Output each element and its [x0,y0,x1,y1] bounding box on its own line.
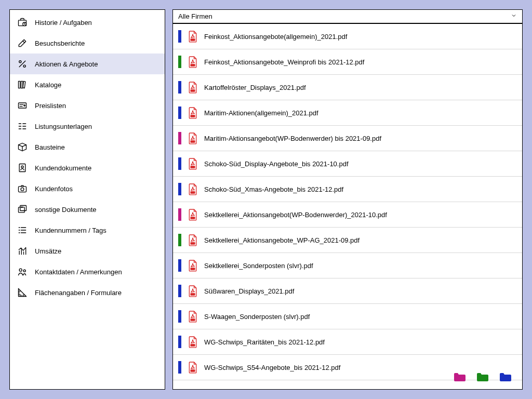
pdf-icon: PDF [188,310,198,323]
sidebar-item-label: sonstige Dokumente [35,206,97,214]
file-row[interactable]: PDF Kartoffelröster_Displays_2021.pdf [173,75,522,100]
svg-text:PDF: PDF [191,370,194,372]
briefcase-clock-icon [17,17,28,28]
sidebar-item-label: Kontaktdaten / Anmerkungen [35,268,122,276]
sidebar-item-user-doc[interactable]: Kundendokumente [10,157,165,178]
svg-point-4 [23,65,25,67]
pdf-icon: PDF [188,336,198,348]
folder-filter-green[interactable] [476,373,489,382]
sidebar-item-label: Preislisten [35,102,66,110]
file-name: Feinkost_Aktionsangebote_Weinprofi bis 2… [204,58,364,66]
file-name: WG-Schwips_S54-Angebote_bis 2021-12.pdf [204,364,340,371]
chevron-down-icon [511,12,517,20]
sidebar-item-label: Besuchsberichte [35,39,85,47]
sidebar-item-label: Kataloge [35,81,61,89]
file-name: Süßwaren_Displays_2021.pdf [204,287,294,295]
people-icon [17,267,28,277]
svg-rect-21 [19,207,25,212]
bar-chart-icon [17,246,28,256]
user-doc-icon [17,163,28,173]
file-row[interactable]: PDF Maritim-Aktionen(allgemein)_2021.pdf [173,100,522,126]
file-row[interactable]: PDF Sektkellerei_Sonderposten (slvr).pdf [173,253,522,278]
price-tag-icon [17,100,28,111]
svg-point-18 [21,166,23,168]
file-row[interactable]: PDF Feinkost_Aktionsangebote_Weinprofi b… [173,49,522,75]
file-name: Maritim-Aktionsangebot(WP-Bodenwerder) b… [204,135,381,142]
svg-point-20 [21,188,24,191]
sidebar-item-ruler[interactable]: Flächenangaben / Formulare [10,282,165,303]
pdf-icon: PDF [188,361,198,374]
sidebar-item-label: Listungsunterlagen [35,123,92,130]
sidebar-item-bar-chart[interactable]: Umsätze [10,241,165,261]
svg-text:PDF: PDF [191,166,194,168]
sidebar-item-label: Flächenangaben / Formulare [35,289,122,297]
pdf-icon: PDF [188,259,198,272]
svg-text:PDF: PDF [191,115,194,117]
file-row[interactable]: PDF Süßwaren_Displays_2021.pdf [173,278,522,304]
pdf-icon: PDF [188,56,198,68]
svg-point-10 [24,105,25,107]
svg-point-34 [19,269,22,271]
svg-text:PDF: PDF [191,90,194,92]
sidebar-item-label: Aktionen & Angebote [35,60,98,68]
file-name: Maritim-Aktionen(allgemein)_2021.pdf [204,109,318,117]
footer-folder-filter [454,373,512,382]
color-strip [178,30,181,43]
camera-icon [17,183,28,194]
color-strip [178,285,181,297]
svg-text:PDF: PDF [191,243,194,245]
file-row[interactable]: PDF Sektkellerei_Aktionsangebot(WP-Boden… [173,202,522,228]
file-row[interactable]: PDF Schoko-Süd_Display-Angebote_bis 2021… [173,151,522,177]
file-row[interactable]: PDF Schoko-Süd_Xmas-Angebote_bis 2021-12… [173,177,522,202]
color-strip [178,183,181,195]
sidebar-item-camera[interactable]: Kundenfotos [10,178,165,199]
sidebar-item-briefcase-clock[interactable]: Historie / Aufgaben [10,12,165,33]
pdf-icon: PDF [188,234,198,246]
color-strip [178,208,181,221]
company-filter-dropdown[interactable]: Alle Firmen [173,10,522,24]
sidebar-item-box[interactable]: Bausteine [10,137,165,157]
color-strip [178,336,181,348]
svg-rect-19 [19,187,26,192]
color-strip [178,157,181,170]
file-name: Sektkellerei_Sonderposten (slvr).pdf [204,262,313,270]
color-strip [178,81,181,94]
company-filter-label: Alle Firmen [178,12,212,20]
svg-text:PDF: PDF [191,39,194,41]
file-row[interactable]: PDF Feinkost_Aktionsangebote(allgemein)_… [173,24,522,49]
svg-text:PDF: PDF [191,217,194,219]
svg-text:PDF: PDF [191,294,194,296]
sidebar-item-price-tag[interactable]: Preislisten [10,95,165,116]
file-name: Kartoffelröster_Displays_2021.pdf [204,84,306,91]
sidebar-item-edit-note[interactable]: Besuchsberichte [10,33,165,54]
file-name: WG-Schwips_Raritäten_bis 2021-12.pdf [204,338,325,346]
sidebar-item-label: Kundenfotos [35,185,73,193]
color-strip [178,56,181,68]
ruler-icon [17,287,28,298]
svg-rect-5 [19,81,20,88]
file-row[interactable]: PDF S-Waagen_Sonderposten (slvr).pdf [173,304,522,329]
sidebar-item-percent[interactable]: Aktionen & Angebote [10,54,165,74]
pdf-icon: PDF [188,132,198,144]
file-list: PDF Feinkost_Aktionsangebote(allgemein)_… [173,24,522,389]
file-row[interactable]: PDF Sektkellerei_Aktionsangebote_WP-AG_2… [173,228,522,253]
color-strip [178,259,181,272]
folder-filter-magenta[interactable] [454,373,466,382]
sidebar-item-images[interactable]: sonstige Dokumente [10,199,165,220]
edit-note-icon [17,38,28,48]
file-name: Schoko-Süd_Xmas-Angebote_bis 2021-12.pdf [204,185,343,193]
sidebar-item-tag-list[interactable]: Kundennummern / Tags [10,220,165,241]
file-row[interactable]: PDF WG-Schwips_Raritäten_bis 2021-12.pdf [173,329,522,355]
folder-filter-blue[interactable] [499,373,512,382]
sidebar-item-label: Historie / Aufgaben [35,19,92,26]
file-row[interactable]: PDF Maritim-Aktionsangebot(WP-Bodenwerde… [173,126,522,151]
sidebar-item-list-lines[interactable]: Listungsunterlagen [10,116,165,137]
sidebar-item-people[interactable]: Kontaktdaten / Anmerkungen [10,261,165,282]
pdf-icon: PDF [188,157,198,170]
svg-text:PDF: PDF [191,141,194,143]
color-strip [178,132,181,144]
color-strip [178,107,181,119]
sidebar-item-books[interactable]: Kataloge [10,74,165,95]
color-strip [178,234,181,246]
svg-text:PDF: PDF [191,268,194,270]
